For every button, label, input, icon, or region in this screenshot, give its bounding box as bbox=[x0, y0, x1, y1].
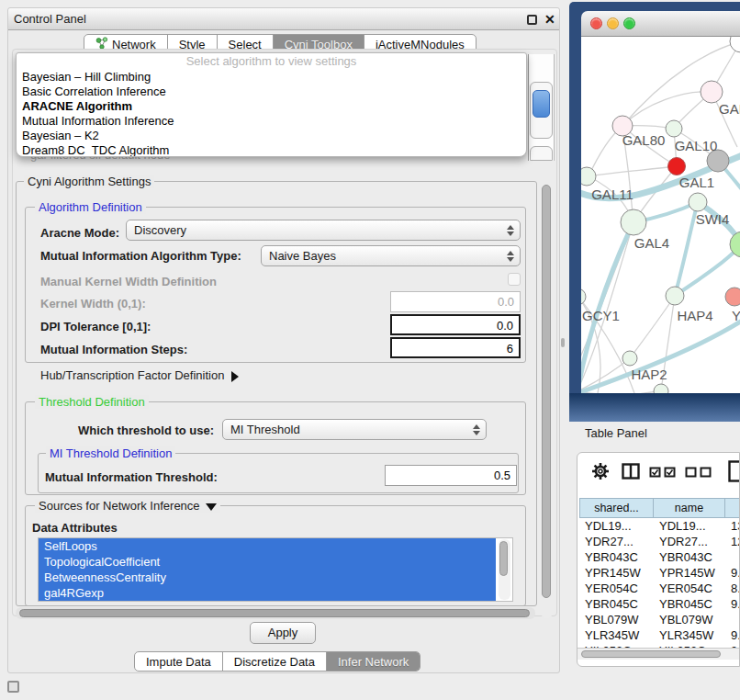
cell[interactable]: YDL19... bbox=[579, 518, 654, 534]
cell[interactable]: YBR045C bbox=[654, 596, 725, 612]
cell[interactable]: YDR27... bbox=[654, 534, 725, 549]
node-hap2[interactable] bbox=[622, 351, 637, 366]
select-all-checkboxes-icon[interactable] bbox=[649, 467, 677, 478]
cell[interactable]: YER054C bbox=[654, 581, 725, 596]
list-scrollbar-thumb[interactable] bbox=[499, 541, 508, 576]
attribute-item-selected[interactable]: SelfLoops bbox=[39, 538, 496, 554]
attribute-item-selected[interactable]: BetweennessCentrality bbox=[39, 570, 496, 585]
cell[interactable]: YBR043C bbox=[579, 549, 654, 565]
node-partial-top[interactable] bbox=[730, 37, 740, 52]
table-row[interactable]: YLR345WYLR345W9. bbox=[579, 627, 740, 643]
minimize-traffic-light-icon[interactable] bbox=[607, 17, 619, 29]
cell[interactable]: 9. bbox=[725, 565, 740, 581]
cell[interactable]: YDR27... bbox=[579, 534, 654, 549]
cell[interactable]: YBL079W bbox=[579, 612, 654, 627]
attribute-item-selected[interactable]: gal4RGexp bbox=[39, 585, 496, 601]
network-combobox-fragment[interactable] bbox=[530, 146, 553, 161]
table-row[interactable]: YPR145WYPR145W9. bbox=[579, 565, 740, 581]
expand-arrow-icon[interactable] bbox=[231, 371, 239, 382]
float-window-icon[interactable] bbox=[527, 15, 537, 25]
deselect-all-checkboxes-icon[interactable] bbox=[685, 467, 712, 478]
close-traffic-light-icon[interactable] bbox=[590, 17, 602, 29]
node-label: GAL1 bbox=[679, 175, 714, 190]
columns-icon[interactable] bbox=[622, 463, 640, 480]
cell[interactable]: YLR345W bbox=[579, 627, 654, 643]
cell[interactable]: YER054C bbox=[579, 581, 654, 596]
node-gal-partial[interactable] bbox=[701, 81, 723, 103]
cell[interactable]: YBR045C bbox=[579, 596, 654, 612]
dropdown-item[interactable]: Bayesian – K2 bbox=[17, 129, 526, 143]
node-hap4[interactable] bbox=[666, 287, 684, 305]
node-y-salmon[interactable] bbox=[725, 288, 740, 306]
tab-infer-network[interactable]: Infer Network bbox=[327, 652, 420, 671]
apply-button[interactable]: Apply bbox=[250, 622, 316, 644]
column-header[interactable]: name bbox=[654, 498, 725, 518]
node-gal10[interactable] bbox=[666, 120, 682, 137]
dropdown-item[interactable]: Bayesian – Hill Climbing bbox=[17, 70, 526, 85]
cell[interactable]: YDL19... bbox=[654, 518, 725, 534]
network-window-titlebar[interactable] bbox=[581, 11, 740, 37]
close-icon[interactable]: ✕ bbox=[544, 11, 555, 28]
node-swi4[interactable] bbox=[689, 193, 707, 211]
node-gcy1[interactable] bbox=[581, 288, 586, 305]
table-row[interactable]: YBL079WYBL079W bbox=[579, 612, 740, 627]
gear-icon[interactable] bbox=[590, 461, 611, 481]
zoom-traffic-light-icon[interactable] bbox=[623, 17, 635, 29]
table-scrollbar-thumb[interactable] bbox=[581, 650, 721, 658]
settings-vertical-scrollbar[interactable] bbox=[541, 181, 553, 618]
dropdown-item[interactable]: Mutual Information Inference bbox=[17, 114, 526, 129]
minimized-panel-icon[interactable] bbox=[7, 681, 19, 693]
dropdown-item[interactable]: Basic Correlation Inference bbox=[17, 85, 526, 99]
cell[interactable]: YLR345W bbox=[654, 627, 725, 643]
table-row[interactable]: YDR27...YDR27...12 bbox=[579, 534, 740, 549]
cell[interactable]: 12 bbox=[725, 534, 740, 549]
node-gal4[interactable] bbox=[621, 209, 646, 235]
manual-kernel-checkbox[interactable] bbox=[508, 273, 521, 286]
mi-threshold-field[interactable]: 0.5 bbox=[385, 465, 517, 486]
cell[interactable]: 8. bbox=[725, 581, 740, 596]
combobox-stepper-highlighted[interactable] bbox=[533, 90, 550, 118]
dropdown-item[interactable]: Dream8 DC_TDC Algorithm bbox=[17, 143, 526, 157]
cell[interactable]: 9. bbox=[725, 596, 740, 612]
hub-definition-label: Hub/Transcription Factor Definition bbox=[40, 368, 224, 382]
column-header[interactable]: A bbox=[725, 498, 740, 518]
network-frame-bottom-band bbox=[569, 393, 740, 422]
collapse-arrow-icon[interactable] bbox=[206, 503, 217, 511]
cell[interactable]: 9. bbox=[725, 627, 740, 643]
horizontal-scrollbar-thumb[interactable] bbox=[19, 609, 530, 617]
tab-discretize-data[interactable]: Discretize Data bbox=[223, 652, 327, 671]
tab-impute-data[interactable]: Impute Data bbox=[135, 652, 223, 671]
column-header[interactable]: shared... bbox=[579, 498, 654, 518]
hub-definition-toggle[interactable]: Hub/Transcription Factor Definition bbox=[40, 368, 239, 382]
table-horizontal-scrollbar[interactable] bbox=[577, 648, 740, 660]
cell[interactable]: YPR145W bbox=[654, 565, 725, 581]
cell[interactable]: YPR145W bbox=[579, 565, 654, 581]
cell[interactable] bbox=[725, 549, 740, 565]
attribute-item-selected[interactable]: TopologicalCoefficient bbox=[39, 554, 496, 570]
cell[interactable] bbox=[725, 612, 740, 627]
table-row[interactable]: YDL19...YDL19...13 bbox=[579, 518, 740, 534]
node-gal11[interactable] bbox=[581, 167, 596, 186]
dpi-tolerance-field[interactable]: 0.0 bbox=[390, 314, 521, 335]
new-sheet-icon[interactable] bbox=[728, 460, 740, 482]
node-gal1-red[interactable] bbox=[668, 158, 686, 175]
mi-algorithm-type-combobox[interactable]: Naive Bayes bbox=[261, 245, 521, 266]
table-row[interactable]: YBR043CYBR043C bbox=[579, 549, 740, 565]
which-threshold-combobox[interactable]: MI Threshold bbox=[222, 419, 487, 440]
aracne-mode-combobox[interactable]: Discovery bbox=[126, 220, 521, 241]
cell[interactable]: 13 bbox=[725, 518, 740, 534]
list-scrollbar[interactable] bbox=[499, 539, 510, 600]
cell[interactable]: YBR043C bbox=[654, 549, 725, 565]
panel-splitter-handle[interactable] bbox=[561, 338, 565, 347]
kernel-width-field[interactable]: 0.0 bbox=[390, 291, 521, 312]
table-row[interactable]: YBR045CYBR045C9. bbox=[579, 596, 740, 612]
node-partial-bottom[interactable] bbox=[654, 384, 668, 393]
dropdown-item-selected[interactable]: ARACNE Algorithm bbox=[17, 99, 526, 114]
table-body: YDL19...YDL19...13 YDR27...YDR27...12 YB… bbox=[579, 518, 740, 648]
cell[interactable]: YBL079W bbox=[654, 612, 725, 627]
vertical-scrollbar-thumb[interactable] bbox=[542, 185, 551, 598]
settings-horizontal-scrollbar[interactable] bbox=[16, 607, 535, 619]
table-row[interactable]: YER054CYER054C8. bbox=[579, 581, 740, 596]
mi-steps-field[interactable]: 6 bbox=[390, 337, 521, 358]
network-canvas[interactable]: GAL GAL80 GAL10 GAL1 GAL11 SWI4 GAL4 GCY… bbox=[581, 37, 740, 393]
